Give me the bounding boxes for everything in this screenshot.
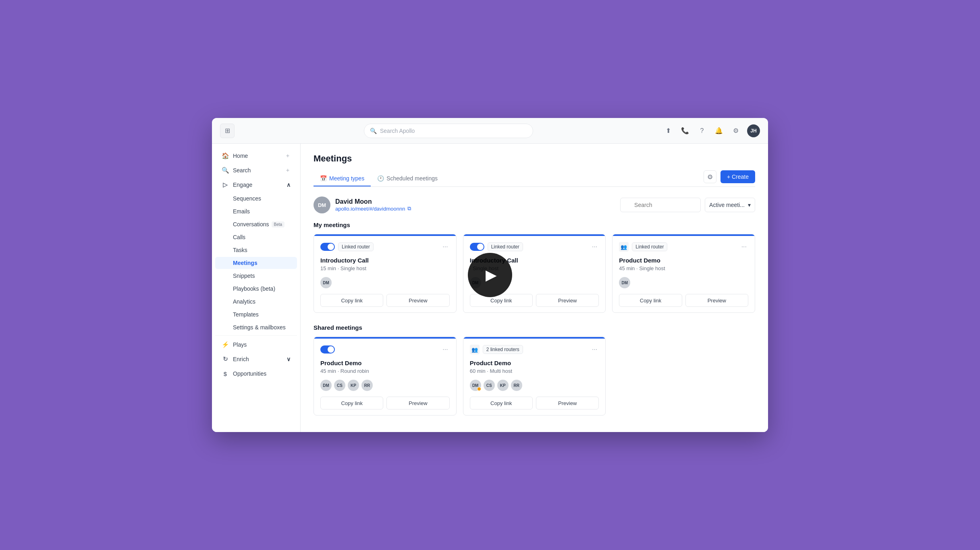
toggle-2[interactable] [470, 243, 484, 251]
linked-router-badge-2: Linked router [488, 242, 523, 251]
create-button[interactable]: + Create [720, 170, 755, 183]
shared-preview-btn-1[interactable]: Preview [386, 397, 449, 409]
card-header-left-2: Linked router [470, 242, 523, 251]
more-menu-1[interactable]: ··· [441, 242, 449, 252]
shared-avatar-cs-2: CS [484, 380, 495, 391]
sidebar-item-home[interactable]: 🏠 Home ＋ [215, 149, 297, 163]
search-icon: 🔍 [370, 128, 377, 134]
sidebar-opportunities-label: Opportunities [233, 370, 291, 377]
sidebar-item-playbooks[interactable]: Playbooks (beta) [215, 283, 297, 295]
sidebar-item-calls[interactable]: Calls [215, 231, 297, 243]
my-meeting-card-1: Linked router ··· Introductory Call 15 m… [314, 234, 457, 313]
shared-avatar-row-2: DM CS KP RR [470, 380, 599, 391]
avatar-row-1: DM [320, 277, 450, 288]
copy-link-btn-3[interactable]: Copy link [619, 294, 682, 307]
sidebar-engage-header[interactable]: ▷ Engage ∧ [215, 178, 297, 192]
sidebar-item-templates[interactable]: Templates [215, 308, 297, 320]
sidebar-item-meetings[interactable]: Meetings [215, 257, 297, 269]
home-icon: 🏠 [222, 152, 229, 159]
sidebar-divider-1 [215, 335, 297, 336]
opportunities-icon: $ [222, 370, 229, 377]
meeting-search-input[interactable] [620, 198, 701, 212]
more-menu-2[interactable]: ··· [590, 242, 599, 252]
user-avatar: DM [314, 196, 330, 213]
shared-toggle-1[interactable] [320, 345, 335, 354]
preview-btn-1[interactable]: Preview [386, 294, 449, 307]
shared-avatar-kp: KP [348, 380, 359, 391]
scheduled-tab-icon: 🕐 [377, 175, 384, 182]
shared-meetings-title: Shared meetings [314, 324, 755, 331]
sidebar-item-tasks[interactable]: Tasks [215, 244, 297, 256]
play-button[interactable]: ▶ [468, 253, 512, 297]
bell-icon[interactable]: 🔔 [713, 125, 725, 136]
user-info: DM David Moon apollo.io/meet/#/davidmoon… [314, 196, 411, 213]
user-avatar-topbar[interactable]: JH [747, 124, 760, 137]
plays-icon: ⚡ [222, 341, 229, 348]
engage-icon: ▷ [222, 181, 229, 188]
shared-more-menu-1[interactable]: ··· [441, 344, 449, 355]
shared-copy-link-btn-1[interactable]: Copy link [320, 397, 383, 409]
user-details: David Moon apollo.io/meet/#/davidmoonnn … [335, 198, 411, 212]
sidebar-item-sequences[interactable]: Sequences [215, 192, 297, 205]
copy-link-btn-2[interactable]: Copy link [470, 294, 533, 307]
sidebar-item-search[interactable]: 🔍 Search ＋ [215, 163, 297, 177]
sidebar-item-emails[interactable]: Emails [215, 205, 297, 217]
linked-router-badge-1: Linked router [338, 242, 374, 251]
user-search-area: 🔍 Active meeti... ▾ [620, 198, 755, 212]
topbar: ⊞ 🔍 Search Apollo ⬆ 📞 ? 🔔 ⚙ JH [212, 118, 768, 144]
topbar-search-area: 🔍 Search Apollo [241, 124, 656, 138]
more-menu-3[interactable]: ··· [740, 242, 748, 252]
filter-dropdown-label: Active meeti... [709, 202, 745, 208]
sidebar-item-settings-mailboxes[interactable]: Settings & mailboxes [215, 321, 297, 333]
sidebar-search-add-icon[interactable]: ＋ [285, 167, 291, 174]
shared-card-body-2: 👥 2 linked routers ··· Product Demo 60 m… [463, 339, 606, 415]
scheduled-tab-label: Scheduled meetings [386, 175, 438, 182]
shared-copy-link-btn-2[interactable]: Copy link [470, 397, 533, 409]
avatar-dm-3: DM [619, 277, 630, 288]
app-logo[interactable]: ⊞ [220, 124, 235, 138]
sidebar-plays-label: Plays [233, 341, 291, 348]
sidebar-toggle-icon: ⊞ [225, 127, 230, 134]
user-name: David Moon [335, 198, 411, 205]
upload-icon[interactable]: ⬆ [662, 125, 674, 136]
sidebar-item-analytics[interactable]: Analytics [215, 296, 297, 308]
sidebar-item-conversations[interactable]: Conversations Beta [215, 218, 297, 230]
preview-btn-2[interactable]: Preview [536, 294, 599, 307]
shared-card-meta-2: 60 min · Multi host [470, 368, 599, 374]
shared-avatar-kp-2: KP [497, 380, 509, 391]
shared-preview-btn-2[interactable]: Preview [536, 397, 599, 409]
tab-meeting-types[interactable]: 📅 Meeting types [314, 171, 371, 186]
avatar-row-3: DM [619, 277, 748, 288]
preview-btn-3[interactable]: Preview [685, 294, 748, 307]
sidebar-search-icon: 🔍 [222, 167, 229, 174]
sidebar-plays-header[interactable]: ⚡ Plays [215, 338, 297, 352]
sidebar: 🏠 Home ＋ 🔍 Search ＋ ▷ Engage ∧ Sequences… [212, 144, 301, 432]
shared-card-actions-2: Copy link Preview [470, 397, 599, 409]
shared-more-menu-2[interactable]: ··· [590, 344, 599, 355]
shared-meeting-card-2: 👥 2 linked routers ··· Product Demo 60 m… [463, 337, 606, 416]
search-placeholder-text: Search Apollo [380, 128, 415, 134]
tab-scheduled-meetings[interactable]: 🕐 Scheduled meetings [371, 171, 444, 186]
copy-link-btn-1[interactable]: Copy link [320, 294, 383, 307]
shared-card-header-1: ··· [320, 344, 450, 355]
user-link[interactable]: apollo.io/meet/#/davidmoonnn ⧉ [335, 205, 411, 212]
card-header-2: Linked router ··· [470, 242, 599, 252]
sidebar-home-add-icon[interactable]: ＋ [285, 152, 291, 159]
shared-avatar-cs: CS [334, 380, 345, 391]
sidebar-enrich-header[interactable]: ↻ Enrich ∨ [215, 352, 297, 366]
help-icon[interactable]: ? [696, 125, 708, 136]
toggle-1[interactable] [320, 243, 335, 251]
filter-dropdown[interactable]: Active meeti... ▾ [705, 198, 755, 212]
sidebar-item-snippets[interactable]: Snippets [215, 270, 297, 282]
sidebar-opportunities-header[interactable]: $ Opportunities [215, 367, 297, 380]
global-search-bar[interactable]: 🔍 Search Apollo [364, 124, 533, 138]
settings-icon[interactable]: ⚙ [730, 125, 741, 136]
phone-icon[interactable]: 📞 [679, 125, 691, 136]
shared-card-body-1: ··· Product Demo 45 min · Round robin DM… [314, 339, 456, 415]
router-icon-3: 👥 [619, 242, 629, 252]
my-meetings-grid: Linked router ··· Introductory Call 15 m… [314, 234, 755, 313]
meeting-settings-btn[interactable]: ⚙ [704, 170, 716, 183]
my-meeting-card-3: 👥 Linked router ··· Product Demo 45 min … [612, 234, 755, 313]
shared-avatar-dm: DM [320, 380, 332, 391]
beta-badge: Beta [272, 221, 285, 227]
